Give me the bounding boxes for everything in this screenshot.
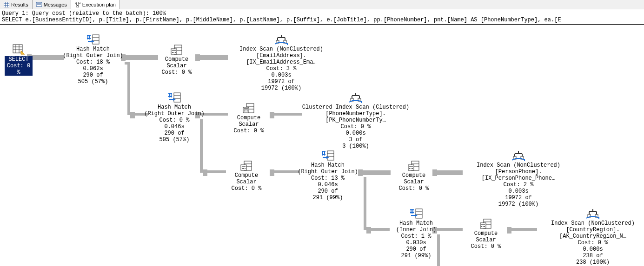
node-rows: 290 of [298, 188, 358, 195]
node-time: 0.062s [63, 65, 123, 72]
node-rows: 3 of [298, 136, 414, 143]
plan-node-compute-scalar-1[interactable]: Compute Scalar Cost: 0 % [153, 44, 200, 76]
hash-match-icon [388, 208, 444, 219]
plan-node-compute-scalar-5[interactable]: Compute Scalar Cost: 0 % [463, 218, 509, 250]
node-subtitle: (Inner Join) [388, 227, 444, 233]
node-cost: Cost: 0 % [144, 117, 205, 123]
svg-rect-45 [243, 107, 249, 113]
svg-point-94 [483, 226, 484, 227]
plan-node-hash-match-3[interactable]: Hash Match (Right Outer Join) Cost: 13 %… [298, 150, 358, 201]
plan-node-compute-scalar-2[interactable]: Compute Scalar Cost: 0 % [226, 103, 272, 134]
svg-point-95 [484, 226, 485, 227]
node-cost: Cost: 1 % [388, 233, 444, 240]
node-cost: Cost: 13 % [298, 175, 358, 182]
plan-node-index-scan-personphone[interactable]: Index Scan (NonClustered) [PersonPhone].… [460, 150, 577, 208]
node-title: Hash Match [298, 162, 358, 169]
node-cost: Cost: 0 % [223, 185, 270, 192]
svg-rect-0 [4, 2, 9, 7]
grid-icon [4, 2, 9, 7]
node-rows: 290 of [388, 246, 444, 253]
node-cost: Cost: 0 % [153, 69, 200, 76]
svg-rect-65 [327, 151, 334, 160]
node-title: Compute Scalar [223, 172, 270, 185]
svg-rect-38 [174, 93, 180, 102]
node-title: Hash Match [388, 220, 444, 227]
node-cost: Cost: 0 % [226, 128, 272, 134]
node-object: [PhoneNumberType].[PK_PhoneNumberTy… [298, 110, 414, 123]
tab-strip: Results Messages Execution plan [0, 0, 644, 9]
plan-node-compute-scalar-3[interactable]: Compute Scalar Cost: 0 % [223, 160, 270, 192]
execution-plan-canvas[interactable]: SELECT Cost: 0 % Hash Match (Right Outer… [0, 25, 644, 266]
node-rows2: 19972 (100%) [223, 85, 339, 91]
plan-node-hash-match-2[interactable]: Hash Match (Right Outer Join) Cost: 0 % … [144, 92, 205, 143]
node-title: Hash Match [144, 104, 205, 110]
select-icon [5, 44, 33, 55]
node-time: 0.000s [535, 246, 644, 253]
node-rows2: 505 (57%) [63, 78, 123, 85]
node-cost: Cost: 2 % [460, 182, 577, 188]
hash-match-icon [298, 150, 358, 161]
svg-point-64 [245, 168, 246, 169]
messages-icon [36, 2, 42, 7]
plan-node-clustered-index-scan-phonetype[interactable]: Clustered Index Scan (Clustered) [PhoneN… [298, 92, 414, 149]
node-rows2: 19972 (100%) [460, 201, 577, 208]
svg-marker-83 [524, 159, 525, 161]
plan-node-compute-scalar-4[interactable]: Compute Scalar Cost: 0 % [391, 160, 437, 192]
node-rows: 290 of [144, 130, 205, 136]
plan-node-index-scan-email[interactable]: Index Scan (NonClustered) [EmailAddress]… [223, 34, 339, 91]
node-title: Clustered Index Scan (Clustered) [298, 104, 414, 110]
node-subtitle: (Right Outer Join) [63, 52, 123, 59]
tab-execution-plan[interactable]: Execution plan [71, 0, 120, 9]
svg-rect-60 [241, 165, 246, 170]
node-title: Compute Scalar [391, 172, 437, 185]
tab-messages[interactable]: Messages [33, 0, 71, 9]
svg-point-48 [246, 110, 246, 111]
node-cost: Cost: 18 % [63, 59, 123, 65]
compute-scalar-icon [391, 160, 437, 171]
node-time: 0.046s [298, 182, 358, 188]
node-time: 0.030s [388, 240, 444, 246]
tab-results[interactable]: Results [0, 0, 33, 9]
svg-marker-102 [598, 217, 599, 219]
svg-rect-8 [75, 2, 77, 4]
node-rows2: 3 (100%) [298, 143, 414, 149]
plan-node-index-scan-countryregion[interactable]: Index Scan (NonClustered) [CountryRegion… [535, 208, 644, 266]
node-title: Index Scan (NonClustered) [535, 220, 644, 227]
plan-node-select[interactable]: SELECT Cost: 0 % [5, 44, 33, 76]
index-scan-icon [535, 208, 644, 219]
svg-point-63 [243, 168, 244, 169]
svg-rect-19 [93, 35, 99, 44]
node-cost: Cost: 0 % [391, 185, 437, 192]
index-scan-icon [460, 150, 577, 161]
node-title: Hash Match [63, 46, 123, 52]
node-subtitle: (Right Outer Join) [298, 169, 358, 175]
svg-rect-91 [480, 223, 486, 228]
node-cost: Cost: 0 % [298, 123, 414, 130]
node-rows: 238 of [535, 253, 644, 259]
node-cost: Cost: 0 % [463, 243, 509, 250]
svg-point-74 [409, 168, 410, 169]
tab-results-label: Results [11, 2, 28, 7]
node-rows2: 505 (57%) [144, 136, 205, 143]
plan-node-hash-match-4[interactable]: Hash Match (Inner Join) Cost: 1 % 0.030s… [388, 208, 444, 259]
node-rows2: 291 (99%) [388, 253, 444, 259]
svg-point-29 [173, 52, 174, 53]
node-cost: Cost: 3 % [223, 65, 339, 72]
node-rows2: 291 (99%) [298, 195, 358, 201]
svg-point-49 [247, 110, 248, 111]
hash-match-icon [63, 34, 123, 45]
node-time: 0.000s [298, 130, 414, 136]
svg-rect-27 [172, 50, 176, 51]
svg-rect-84 [416, 209, 422, 218]
svg-rect-72 [408, 165, 414, 170]
compute-scalar-icon [463, 218, 509, 229]
node-rows2: 238 (100%) [535, 259, 644, 266]
svg-point-30 [175, 52, 176, 53]
svg-rect-46 [244, 108, 248, 110]
node-rows: 19972 of [460, 195, 577, 201]
plan-node-hash-match-1[interactable]: Hash Match (Right Outer Join) Cost: 18 %… [63, 34, 123, 85]
node-title: Index Scan (NonClustered) [460, 162, 577, 169]
node-time: 0.003s [460, 188, 577, 195]
svg-point-75 [411, 168, 412, 169]
node-cost: Cost: 0 % [535, 240, 644, 246]
